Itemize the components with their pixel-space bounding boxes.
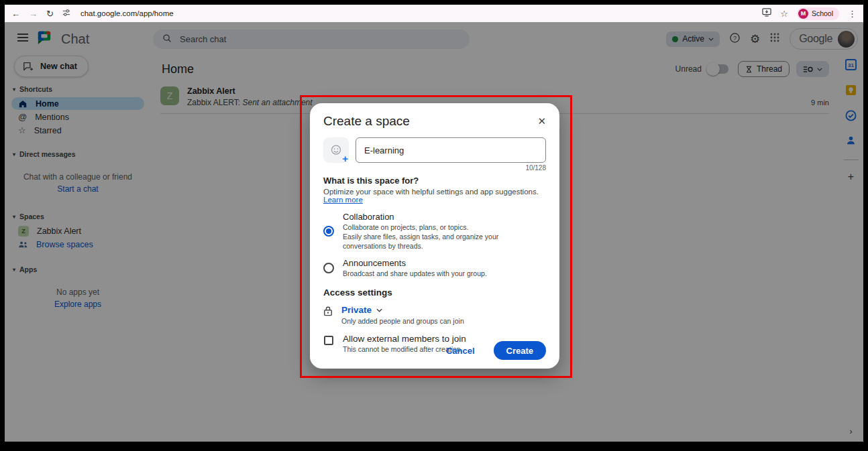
option-label: Announcements <box>343 258 487 268</box>
option-announcements[interactable]: Announcements Broadcast and share update… <box>323 258 546 279</box>
learn-more-link[interactable]: Learn more <box>323 196 363 204</box>
radio-announcements[interactable] <box>323 263 334 273</box>
create-button[interactable]: Create <box>494 341 546 360</box>
space-name-row: + <box>323 137 546 163</box>
browser-toolbar: ← → ↻ chat.google.com/app/home ☆ M Schoo… <box>5 5 863 22</box>
option-texts: Collaboration Collaborate on projects, p… <box>343 212 512 251</box>
option-desc-line2: Easily share files, assign tasks, and or… <box>343 233 498 250</box>
dialog-title: Create a space <box>323 114 410 129</box>
radio-collaboration[interactable] <box>323 226 334 237</box>
option-desc-line1: Collaborate on projects, plans, or topic… <box>343 223 468 231</box>
browser-window: ← → ↻ chat.google.com/app/home ☆ M Schoo… <box>5 5 863 442</box>
purpose-heading: What is this space for? <box>323 176 546 186</box>
profile-avatar: M <box>798 9 808 19</box>
site-settings-icon[interactable] <box>62 7 70 19</box>
purpose-subtitle-text: Optimize your space with helpful setting… <box>323 188 539 196</box>
access-settings-heading: Access settings <box>323 287 546 298</box>
browser-profile-chip[interactable]: M School <box>797 7 839 20</box>
dialog-actions: Cancel Create <box>446 341 546 360</box>
emoji-picker-button[interactable]: + <box>323 137 349 163</box>
option-texts: Announcements Broadcast and share update… <box>343 258 487 279</box>
purpose-subtitle: Optimize your space with helpful setting… <box>323 188 546 204</box>
visibility-selector[interactable]: Private <box>341 305 464 315</box>
dialog-header: Create a space ✕ <box>323 114 546 129</box>
address-bar[interactable]: chat.google.com/app/home <box>80 9 174 17</box>
chevron-down-icon <box>376 308 382 312</box>
smiley-icon <box>330 144 342 156</box>
external-members-checkbox[interactable] <box>324 336 333 345</box>
profile-name: School <box>812 9 833 17</box>
close-icon[interactable]: ✕ <box>537 116 546 126</box>
option-desc: Collaborate on projects, plans, or topic… <box>343 223 512 251</box>
option-desc: Broadcast and share updates with your gr… <box>343 269 487 279</box>
option-collaboration[interactable]: Collaboration Collaborate on projects, p… <box>323 212 546 251</box>
visibility-label: Private <box>341 305 372 315</box>
cancel-button[interactable]: Cancel <box>446 346 475 356</box>
screenshot-frame: ← → ↻ chat.google.com/app/home ☆ M Schoo… <box>0 0 868 451</box>
reload-icon[interactable]: ↻ <box>46 9 54 18</box>
visibility-texts: Private Only added people and groups can… <box>341 305 464 325</box>
space-name-input[interactable] <box>356 137 546 163</box>
save-page-icon[interactable] <box>762 7 771 19</box>
plus-icon: + <box>342 153 348 164</box>
chat-app: Chat Search chat Active ? ⚙ <box>5 22 863 442</box>
option-label: Collaboration <box>343 212 512 222</box>
create-space-dialog: Create a space ✕ + 10/128 What is this s… <box>310 103 559 369</box>
back-icon[interactable]: ← <box>11 9 20 18</box>
visibility-desc: Only added people and groups can join <box>341 317 464 325</box>
bookmark-star-icon[interactable]: ☆ <box>780 9 788 18</box>
browser-menu-icon[interactable]: ⋮ <box>848 9 857 18</box>
char-counter: 10/128 <box>323 164 546 172</box>
visibility-row: Private Only added people and groups can… <box>323 305 546 325</box>
forward-icon[interactable]: → <box>29 9 38 18</box>
lock-icon <box>323 306 333 317</box>
